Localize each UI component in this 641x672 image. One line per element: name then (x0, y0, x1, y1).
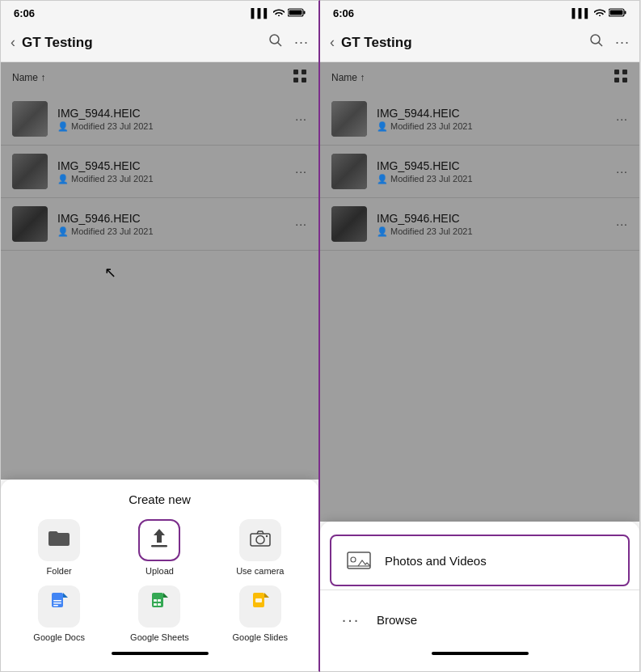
svg-rect-32 (614, 70, 619, 74)
bs-browse-button[interactable]: ··· Browse (320, 594, 639, 645)
right-shared-icon-1: 👤 (377, 121, 388, 132)
right-bs-divider (320, 590, 639, 590)
right-file-more-2[interactable]: ··· (616, 165, 628, 178)
browse-more-icon: ··· (336, 605, 365, 634)
bs-gsheets-button[interactable]: Google Sheets (127, 585, 192, 642)
upload-icon (150, 527, 169, 553)
right-home-indicator (432, 652, 529, 655)
left-file-item-3[interactable]: IMG_5946.HEIC 👤 Modified 23 Jul 2021 ··· (1, 198, 318, 251)
right-file-more-1[interactable]: ··· (616, 112, 628, 125)
right-shared-icon-2: 👤 (377, 174, 388, 184)
left-thumb-1 (12, 101, 48, 137)
right-back-button[interactable]: ‹ (330, 34, 335, 51)
svg-rect-16 (53, 602, 61, 604)
left-file-name-3: IMG_5946.HEIC (57, 212, 295, 225)
svg-rect-8 (302, 78, 306, 82)
right-file-info-3: IMG_5946.HEIC 👤 Modified 23 Jul 2021 (377, 212, 616, 237)
svg-rect-20 (154, 599, 157, 602)
svg-rect-2 (289, 10, 302, 15)
right-grid-toggle[interactable] (614, 69, 628, 87)
left-search-button[interactable] (268, 33, 283, 52)
svg-point-30 (591, 35, 600, 44)
right-bottom-sheet: Photos and Videos ··· Browse (320, 522, 639, 671)
left-bs-row2: Google Docs Google Sheets Google Slides (1, 585, 318, 642)
bs-upload-icon-wrap (138, 519, 180, 561)
bs-folder-button[interactable]: Folder (27, 519, 91, 576)
right-nav-title: GT Testing (341, 35, 589, 51)
left-bottom-sheet: Create new Folder Upload (1, 480, 318, 671)
left-file-item-1[interactable]: IMG_5944.HEIC 👤 Modified 23 Jul 2021 ··· (1, 93, 318, 146)
svg-point-11 (256, 535, 264, 543)
right-thumb-1 (331, 101, 367, 137)
right-more-button[interactable]: ··· (615, 34, 630, 51)
left-file-list: Name ↑ IMG_5944.HEIC 👤 Modified 23 Jul 2… (1, 62, 318, 480)
left-shared-icon-2: 👤 (57, 174, 69, 184)
svg-rect-33 (622, 70, 627, 74)
left-thumb-2 (12, 154, 48, 189)
left-time: 6:06 (14, 7, 35, 19)
left-nav-bar: ‹ GT Testing ··· (1, 23, 318, 62)
right-search-button[interactable] (589, 33, 604, 52)
left-file-more-2[interactable]: ··· (295, 165, 307, 178)
svg-rect-5 (293, 70, 298, 74)
left-thumb-3 (12, 206, 48, 242)
right-phone-panel: 6:06 ▌▌▌ ‹ GT Testing ··· Name ↑ (320, 0, 640, 672)
bs-folder-icon-wrap (38, 519, 80, 561)
right-thumb-3 (331, 206, 367, 242)
svg-rect-7 (293, 78, 298, 82)
svg-line-31 (598, 43, 602, 47)
left-file-more-1[interactable]: ··· (295, 112, 307, 125)
right-file-item-3[interactable]: IMG_5946.HEIC 👤 Modified 23 Jul 2021 ··· (320, 198, 639, 251)
bs-camera-label: Use camera (236, 566, 284, 576)
right-file-item-1[interactable]: IMG_5944.HEIC 👤 Modified 23 Jul 2021 ··· (320, 93, 639, 146)
left-file-info-1: IMG_5944.HEIC 👤 Modified 23 Jul 2021 (57, 107, 295, 132)
right-nav-bar: ‹ GT Testing ··· (320, 23, 639, 62)
camera-icon (250, 530, 271, 552)
bs-photos-videos-button[interactable]: Photos and Videos (330, 535, 630, 586)
right-file-item-2[interactable]: IMG_5945.HEIC 👤 Modified 23 Jul 2021 ··· (320, 146, 639, 198)
right-sort-label: Name ↑ (331, 72, 365, 83)
left-back-button[interactable]: ‹ (11, 34, 15, 51)
right-thumb-2 (331, 154, 367, 189)
svg-rect-34 (614, 78, 619, 82)
left-bs-title: Create new (1, 492, 318, 506)
left-file-item-2[interactable]: IMG_5945.HEIC 👤 Modified 23 Jul 2021 ··· (1, 146, 318, 198)
bs-gdocs-button[interactable]: Google Docs (27, 585, 91, 642)
bs-upload-button[interactable]: Upload (127, 519, 192, 576)
right-shared-icon-3: 👤 (377, 226, 388, 237)
right-status-icons: ▌▌▌ (572, 8, 626, 19)
svg-rect-23 (158, 603, 161, 606)
bs-gdocs-label: Google Docs (33, 632, 85, 642)
left-phone-panel: 6:06 ▌▌▌ ‹ GT Testing ··· Name ↑ (0, 0, 320, 672)
right-file-info-1: IMG_5944.HEIC 👤 Modified 23 Jul 2021 (377, 107, 616, 132)
right-battery-icon (609, 8, 626, 19)
left-more-button[interactable]: ··· (294, 34, 309, 51)
svg-rect-35 (622, 78, 627, 82)
svg-rect-28 (625, 11, 626, 14)
svg-rect-6 (302, 70, 306, 74)
svg-point-38 (351, 557, 356, 562)
right-file-name-3: IMG_5946.HEIC (377, 212, 616, 225)
left-file-info-3: IMG_5946.HEIC 👤 Modified 23 Jul 2021 (57, 212, 295, 237)
bs-gsheets-label: Google Sheets (130, 632, 189, 642)
left-file-meta-2: 👤 Modified 23 Jul 2021 (57, 174, 295, 184)
right-sort-bar: Name ↑ (320, 62, 639, 93)
folder-icon (48, 529, 70, 552)
left-wifi-icon (273, 8, 285, 18)
svg-point-12 (266, 535, 268, 536)
google-slides-icon (251, 593, 269, 620)
bs-gslides-button[interactable]: Google Slides (228, 585, 293, 642)
right-file-list: Name ↑ IMG_5944.HEIC 👤 Modified 23 Jul 2… (320, 62, 639, 522)
bs-camera-button[interactable]: Use camera (228, 519, 293, 576)
right-status-bar: 6:06 ▌▌▌ (320, 1, 639, 23)
right-file-name-2: IMG_5945.HEIC (377, 159, 616, 172)
right-file-meta-1: 👤 Modified 23 Jul 2021 (377, 121, 616, 132)
right-file-more-3[interactable]: ··· (616, 218, 628, 230)
svg-rect-26 (255, 598, 262, 602)
left-file-more-3[interactable]: ··· (295, 218, 307, 230)
left-home-indicator (112, 652, 209, 655)
right-file-name-1: IMG_5944.HEIC (377, 107, 616, 120)
left-file-meta-1: 👤 Modified 23 Jul 2021 (57, 121, 295, 132)
left-grid-toggle[interactable] (293, 69, 307, 87)
svg-line-4 (277, 43, 281, 47)
